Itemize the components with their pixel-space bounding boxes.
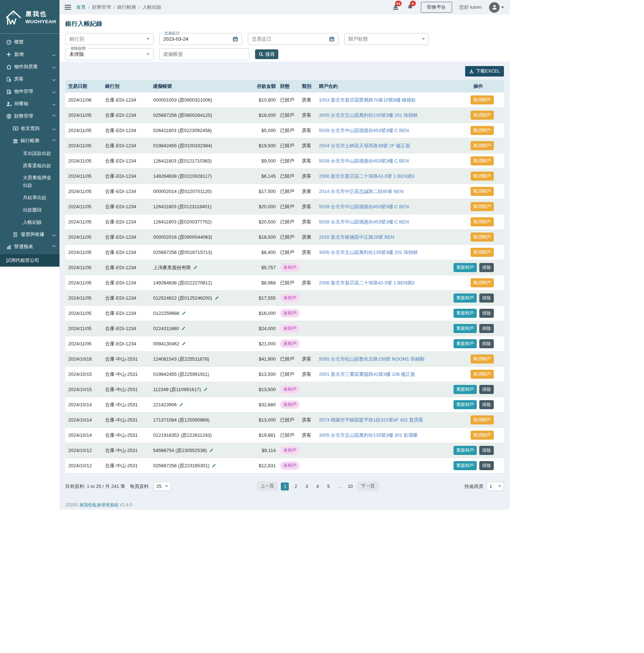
exclude-button[interactable]: 排除 [479,461,494,470]
per-page-select[interactable]: 25 [153,482,171,491]
date-from-field[interactable]: 交易起日 2023-03-24 [159,33,242,45]
exclude-button[interactable]: 排除 [479,446,494,455]
footer-brand-link[interactable]: 屋我也租屋管理系統 [79,502,119,508]
page-button[interactable]: 2 [292,482,300,490]
cancel-return-button[interactable]: 取消歸戶 [471,141,494,150]
cancel-return-button[interactable]: 取消歸戶 [471,156,494,165]
sidebar-item[interactable]: 大房東租押金出款 [0,172,60,191]
cancel-return-button[interactable]: 取消歸戶 [471,187,494,196]
page-button[interactable]: 5 [324,482,332,490]
edit-account-icon[interactable] [179,402,184,407]
contract-link[interactable]: 5065 台北市松山區敦化北路158號 ROOM1 張銘顯 [319,356,424,362]
page-button[interactable]: 1 [281,482,289,490]
contract-link[interactable]: 2004 台北市士林區天母西路38號 2F 楊正新 [319,143,410,149]
bell-icon[interactable]: 8 [407,4,414,11]
edit-account-icon[interactable] [209,448,214,453]
cancel-return-button[interactable]: 取消歸戶 [471,248,494,257]
cancel-return-button[interactable]: 取消歸戶 [471,95,494,104]
user-menu[interactable] [489,2,504,13]
sidebar-item[interactable]: 概覽 [0,36,60,48]
edit-account-icon[interactable] [212,463,216,468]
cancel-return-button[interactable]: 取消歸戶 [471,111,494,120]
calendar-icon[interactable] [329,36,335,42]
switch-platform-button[interactable]: 切換平台 [421,2,452,13]
download-excel-button[interactable]: 下載EXCEL [465,66,504,77]
contract-link[interactable]: 2006 新北市新店區二十張路42-5號 1 BEN測3 [319,280,414,286]
rebind-button[interactable]: 重新歸戶 [454,400,477,409]
edit-account-icon[interactable] [181,326,186,331]
cancel-return-button[interactable]: 取消歸戶 [471,217,494,226]
sidebar-item[interactable]: 財務管理 [0,110,60,122]
sidebar-item[interactable]: 發票與收據 [0,228,60,241]
contract-link[interactable]: 5039 台北市中山區德惠街453號3樓 C BEN [319,204,409,210]
logo[interactable]: 屋我也 WUOHYEAH [0,0,60,34]
sidebar-company[interactable]: 試用代租管公司 [0,254,60,267]
contract-link[interactable]: 3005 台北市文山區萬利街135號3樓 201 張朝林 [319,249,418,256]
cancel-return-button[interactable]: 取消歸戶 [471,202,494,211]
cancel-return-button[interactable]: 取消歸戶 [471,172,494,181]
exclude-button[interactable]: 排除 [479,293,494,303]
edit-account-icon[interactable] [214,296,219,300]
cancel-return-button[interactable]: 取消歸戶 [471,126,494,135]
rebind-button[interactable]: 重新歸戶 [454,293,477,303]
contract-link[interactable]: 5039 台北市中山區德惠街453號3樓 C BEN [319,158,409,164]
exclude-button[interactable]: 排除 [479,385,494,394]
virtual-account-input[interactable]: 虛擬帳號 [159,48,249,60]
cancel-return-button[interactable]: 取消歸戶 [471,370,494,379]
rebind-button[interactable]: 重新歸戶 [454,263,477,272]
rebind-button[interactable]: 重新歸戶 [454,309,477,318]
search-button[interactable]: 搜尋 [255,49,278,59]
sidebar-item[interactable]: 房客退租出款 [0,159,60,172]
contract-link[interactable]: 2014 台北市中正區忠誠路二段80巷 BEN [319,188,403,195]
rebind-button[interactable]: 重新歸戶 [454,461,477,470]
rebind-button[interactable]: 重新歸戶 [454,446,477,455]
sidebar-item[interactable]: 出款匯回 [0,204,60,216]
next-page-button[interactable]: 下一頁 [357,481,379,491]
exclude-button[interactable]: 排除 [479,400,494,409]
contract-link[interactable]: 2006 新北市新店區二十張路42-5號 1 BEN測3 [319,173,414,180]
prev-page-button[interactable]: 上一頁 [257,481,278,491]
contract-link[interactable]: 3005 台北市文山區萬利街135號3樓 201 張朝林 [319,112,418,119]
sidebar-item[interactable]: 月結單出款 [0,191,60,204]
sidebar-item[interactable]: 物件管理 [0,85,60,98]
cancel-return-button[interactable]: 取消歸戶 [471,415,494,424]
exclude-button[interactable]: 排除 [479,263,494,272]
sidebar-item[interactable]: 入帳紀錄 [0,216,60,228]
sidebar-item[interactable]: 營運報表 [0,241,60,253]
contract-link[interactable]: 5039 台北市中山區德惠街453號3樓 C BEN [319,127,409,134]
exclude-button[interactable]: 排除 [479,309,494,318]
quick-jump-select[interactable]: 1 [487,482,504,491]
return-status-select[interactable]: 歸戶狀態 [344,33,429,45]
edit-account-icon[interactable] [181,311,186,316]
calendar-icon[interactable] [233,36,238,42]
exclude-status-select[interactable]: 排除狀態 未排除 [65,48,153,60]
page-button[interactable]: 3 [303,482,311,490]
sidebar-item[interactable]: 房客 [0,73,60,85]
rebind-button[interactable]: 重新歸戶 [454,339,477,348]
contract-link[interactable]: 2001 新北市三重區重陽路41號3樓 106 楊正新 [319,371,415,378]
sidebar-item[interactable]: 支出請款出款 [0,147,60,159]
contract-link[interactable]: 2073 桃園市平鎮區龍平路1段321號4F 402 賈房客 [319,417,423,423]
edit-account-icon[interactable] [203,387,208,392]
sidebar-item[interactable]: 物件與房東 [0,61,60,73]
cancel-return-button[interactable]: 取消歸戶 [471,278,494,287]
stamp-icon[interactable]: 63 [392,4,399,11]
rebind-button[interactable]: 重新歸戶 [454,324,477,333]
cancel-return-button[interactable]: 取消歸戶 [471,431,494,440]
date-to-field[interactable]: 交易迄日 [248,33,339,45]
menu-toggle-icon[interactable] [65,5,71,10]
contract-link[interactable]: 5039 台北市中山區德惠街453號3樓 C BEN [319,219,409,225]
sidebar-item[interactable]: 收支查詢 [0,122,60,135]
sidebar-item[interactable]: 待審核 [0,98,60,110]
cancel-return-button[interactable]: 取消歸戶 [471,233,494,242]
rebind-button[interactable]: 重新歸戶 [454,385,477,394]
sidebar-item[interactable]: 新增 [0,48,60,61]
edit-account-icon[interactable] [181,341,186,346]
page-button[interactable]: 10 [346,482,354,490]
sidebar-item[interactable]: 銀行帳務 [0,135,60,147]
contract-link[interactable]: 3005 台北市文山區萬利街135號3樓 301 影環榮 [319,432,418,439]
exclude-button[interactable]: 排除 [479,324,494,333]
bank-filter-select[interactable]: 銀行別 [65,33,153,45]
cancel-return-button[interactable]: 取消歸戶 [471,354,494,364]
edit-account-icon[interactable] [193,265,198,270]
